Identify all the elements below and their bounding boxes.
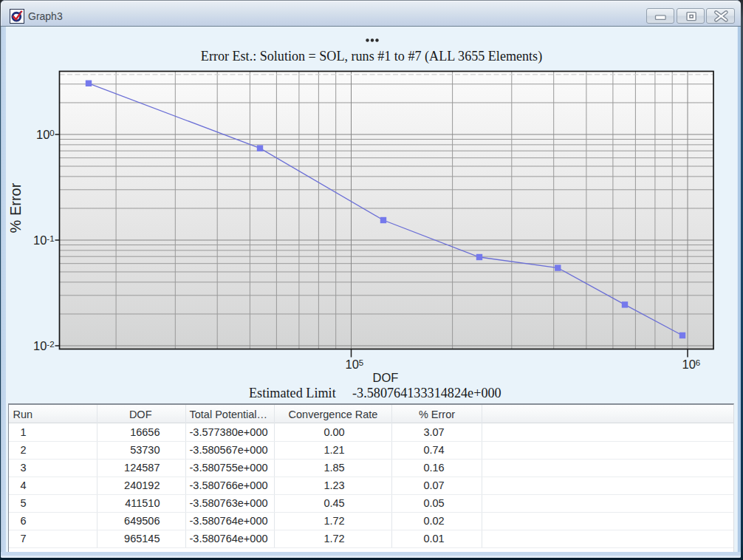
- svg-text:6: 6: [696, 358, 700, 367]
- svg-text:-1: -1: [47, 234, 54, 243]
- svg-text:5: 5: [359, 358, 363, 367]
- svg-text:10: 10: [33, 233, 47, 247]
- svg-text:0: 0: [49, 129, 54, 137]
- svg-text:10: 10: [346, 358, 359, 371]
- svg-text:10: 10: [36, 128, 49, 141]
- svg-text:-2: -2: [47, 340, 54, 349]
- svg-text:Estimated Limit: Estimated Limit: [249, 386, 336, 400]
- svg-text:% Error: % Error: [7, 182, 24, 233]
- svg-text:-3.580764133314824e+000: -3.580764133314824e+000: [352, 386, 501, 400]
- svg-text:10: 10: [682, 358, 696, 371]
- svg-text:DOF: DOF: [373, 371, 399, 384]
- svg-text:10: 10: [33, 339, 47, 352]
- svg-text:Error Est.: Solution = SOL, ru: Error Est.: Solution = SOL, runs #1 to #…: [201, 49, 542, 64]
